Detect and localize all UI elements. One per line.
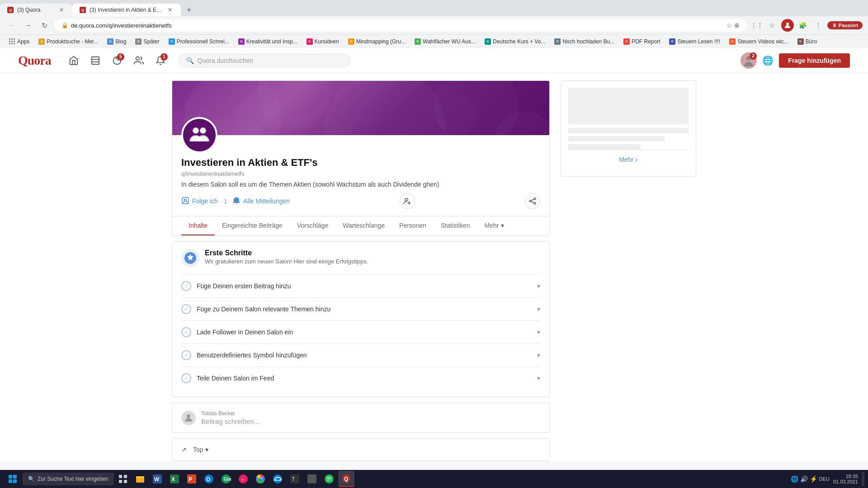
tab-mehr[interactable]: Mehr ▾	[477, 216, 511, 235]
add-question-button[interactable]: Frage hinzufügen	[779, 53, 850, 68]
step-item-4[interactable]: ✓ Benutzerdefiniertes Symbol hinzufügen …	[181, 343, 540, 366]
write-input-placeholder[interactable]: Tobias Becker Beitrag schreiben...	[201, 410, 540, 425]
tab-warteschlange[interactable]: Warteschlange	[335, 216, 392, 235]
tab-eingereichte[interactable]: Eingereichte Beiträge	[215, 216, 290, 235]
bm-professionell[interactable]: B Professionell Schrei...	[165, 38, 233, 46]
bm-label-6: Kursideen	[315, 38, 339, 45]
bm-hochladen[interactable]: B Noch hochladen Bu...	[551, 38, 618, 46]
tab-favicon-2: Q	[80, 7, 86, 13]
guide-avatar	[181, 249, 199, 267]
reload-button[interactable]: ↻	[38, 19, 51, 32]
notifications-nav-button[interactable]: 1	[151, 52, 170, 70]
notify-button[interactable]: Alle Mitteilungen	[232, 197, 290, 206]
space-header: Investieren in Aktien & ETF's q/investie…	[172, 80, 550, 236]
follow-label: Folge ich	[192, 197, 218, 205]
svg-point-18	[193, 128, 198, 133]
forward-button[interactable]: →	[22, 19, 34, 32]
manage-members-button[interactable]	[400, 193, 415, 209]
nav-icons: 5 1	[65, 52, 170, 70]
toolbar-icons: ⋮⋮ ☆ 🧩 ⋮ ⏸ Pausiert	[750, 19, 863, 32]
svg-point-29	[187, 414, 190, 418]
apps-bookmark[interactable]: Apps	[5, 38, 33, 46]
step-check-icon-1: ✓	[181, 281, 191, 291]
step-text-1: Füge Deinen ersten Beitrag hinzu	[197, 282, 532, 290]
bm-steuern-videos[interactable]: B Steuern Videos wic...	[726, 38, 792, 46]
bell-icon	[232, 197, 241, 206]
step-item-3[interactable]: ✓ Lade Follower in Deinen Salon ein ▾	[181, 320, 540, 343]
spaces-nav-button[interactable]	[130, 52, 148, 70]
new-tab-button[interactable]: +	[183, 4, 195, 16]
extension-icon[interactable]: ⊕	[734, 22, 740, 29]
follow-icon	[181, 197, 189, 206]
search-bar[interactable]: 🔍 Quora durchsuchen	[179, 54, 350, 67]
space-title: Investieren in Aktien & ETF's	[181, 157, 540, 169]
tab-bar: Q (3) Quora ✕ Q (3) Investieren in Aktie…	[0, 0, 868, 16]
home-nav-button[interactable]	[65, 52, 83, 70]
puzzle-icon[interactable]: 🧩	[797, 19, 809, 32]
mehr-label: Mehr	[619, 156, 633, 163]
bm-steuern[interactable]: B Steuern Lesen !!!!	[665, 38, 724, 46]
bm-pdf[interactable]: B PDF Report	[620, 38, 664, 46]
bm-blog[interactable]: B Blog	[104, 38, 130, 46]
mehr-button[interactable]: Mehr ›	[568, 150, 689, 169]
bm-mindmapping[interactable]: B Mindmapping (Gru...	[344, 38, 409, 46]
star-icon[interactable]: ☆	[726, 22, 732, 29]
bm-spaeter[interactable]: B Später	[132, 38, 163, 46]
bm-wahlfaecher[interactable]: B Wahlfächer WU Aus...	[411, 38, 479, 46]
step-text-2: Füge zu Deinem Salon relevante Themen hi…	[197, 305, 532, 313]
notifications-badge: 1	[160, 53, 168, 61]
content-area: Investieren in Aktien & ETF's q/investie…	[163, 73, 705, 461]
sidebar-text-2	[568, 136, 665, 141]
svg-point-6	[136, 56, 139, 60]
questions-nav-button[interactable]: 5	[108, 52, 126, 70]
browser-tab-2[interactable]: Q (3) Investieren in Aktien & ETF's ✕	[72, 4, 181, 16]
bm-deutsche[interactable]: B Deutsche Kurs + Vo...	[481, 38, 549, 46]
space-tabs: Inhalte Eingereichte Beiträge Vorschläge…	[172, 216, 549, 235]
bm-icon-7: B	[348, 38, 354, 45]
notify-label: Alle Mitteilungen	[243, 197, 290, 205]
quora-logo[interactable]: Quora	[18, 53, 51, 68]
step-item-1[interactable]: ✓ Füge Deinen ersten Beitrag hinzu ▾	[181, 274, 540, 297]
bookmark-icon[interactable]: ☆	[766, 19, 778, 32]
globe-icon[interactable]: 🌐	[762, 55, 774, 66]
bm-icon-12: B	[669, 38, 675, 45]
tab-statistiken[interactable]: Statistiken	[434, 216, 477, 235]
extensions-icon[interactable]: ⋮⋮	[750, 19, 763, 32]
tab-personen[interactable]: Personen	[392, 216, 434, 235]
bm-icon-6: B	[307, 38, 313, 45]
profile-btn[interactable]	[781, 19, 794, 32]
profile-nav[interactable]: 2	[741, 52, 757, 69]
tab-close-2[interactable]: ✕	[166, 6, 174, 14]
svg-point-23	[534, 198, 536, 200]
address-bar[interactable]: 🔒 de.quora.com/q/investiereninaktienetfs…	[54, 19, 747, 32]
bm-icon-13: B	[729, 38, 736, 45]
settings-icon[interactable]: ⋮	[812, 19, 825, 32]
bm-label-8: Wahlfächer WU Aus...	[423, 38, 476, 45]
step-item-5[interactable]: ✓ Teile Deinen Salon im Feed ▾	[181, 366, 540, 389]
svg-point-0	[786, 23, 789, 25]
sort-bar: ↗ Top ▾	[172, 438, 550, 461]
tab-vorschlaege[interactable]: Vorschläge	[290, 216, 335, 235]
svg-point-15	[183, 119, 216, 151]
search-icon: 🔍	[186, 57, 194, 64]
tab-inhalte[interactable]: Inhalte	[181, 216, 215, 235]
bm-kursideen[interactable]: B Kursideen	[303, 38, 343, 46]
feed-nav-button[interactable]	[86, 52, 104, 70]
address-bar-row: ← → ↻ 🔒 de.quora.com/q/investiereninakti…	[0, 16, 868, 34]
sort-top-button[interactable]: Top ▾	[189, 444, 212, 455]
step-item-2[interactable]: ✓ Füge zu Deinem Salon relevante Themen …	[181, 297, 540, 320]
profile-icon[interactable]	[781, 19, 794, 32]
step-chevron-icon-4: ▾	[537, 352, 540, 359]
follow-button[interactable]: Folge ich · 1	[181, 197, 227, 206]
space-actions: Folge ich · 1 Alle Mitteilungen	[181, 193, 540, 209]
back-button[interactable]: ←	[5, 19, 18, 32]
pause-button[interactable]: ⏸ Pausiert	[827, 21, 863, 29]
bm-label-7: Mindmapping (Gru...	[356, 38, 406, 45]
browser-tab-1[interactable]: Q (3) Quora ✕	[0, 4, 72, 16]
tab-close-1[interactable]: ✕	[58, 6, 65, 14]
bm-buero[interactable]: B Büro	[794, 38, 821, 46]
bm-kreativitaet[interactable]: B Kreativität und Insp...	[235, 38, 301, 46]
bm-produktsuche[interactable]: B Produktsuche - Mer...	[35, 38, 102, 46]
share-space-button[interactable]	[525, 193, 540, 209]
author-name: Tobias Becker	[201, 410, 540, 417]
